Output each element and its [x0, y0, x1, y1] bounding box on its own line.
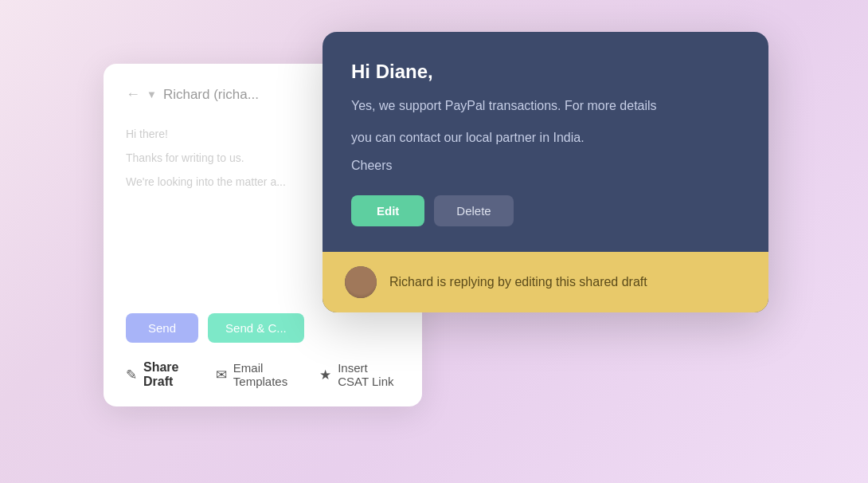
notification-text: Richard is replying by editing this shar…: [389, 275, 647, 289]
csat-star-icon: ★: [319, 367, 331, 383]
email-footer: ✎ Share Draft ✉ Email Templates ★ Insert…: [126, 360, 400, 389]
email-templates-label: Email Templates: [233, 361, 294, 388]
csat-label: Insert CSAT Link: [338, 361, 400, 388]
share-draft-label: Share Draft: [143, 360, 190, 389]
popup-body-line-2: you can contact our local partner in Ind…: [351, 128, 740, 148]
send-and-close-button[interactable]: Send & C...: [208, 313, 304, 343]
popup-action-buttons: Edit Delete: [351, 195, 740, 226]
chevron-down-icon: ▼: [147, 88, 157, 100]
popup-greeting: Hi Diane,: [351, 61, 740, 83]
email-action-buttons: Send Send & C...: [126, 313, 304, 343]
share-draft-button[interactable]: ✎ Share Draft: [126, 360, 190, 389]
avatar: [345, 266, 377, 298]
edit-button[interactable]: Edit: [351, 195, 424, 226]
email-templates-icon: ✉: [216, 367, 227, 383]
popup-card: Hi Diane, Yes, we support PayPal transac…: [323, 32, 768, 312]
reply-icon: ←: [126, 86, 140, 103]
popup-body-line-1: Yes, we support PayPal transactions. For…: [351, 96, 740, 116]
email-templates-button[interactable]: ✉ Email Templates: [216, 361, 294, 388]
popup-cheers: Cheers: [351, 159, 740, 173]
send-button[interactable]: Send: [126, 313, 198, 343]
avatar-face: [345, 266, 377, 298]
delete-button[interactable]: Delete: [434, 195, 513, 226]
insert-csat-button[interactable]: ★ Insert CSAT Link: [319, 361, 400, 388]
sender-name: Richard (richa...: [163, 87, 259, 103]
notification-banner: Richard is replying by editing this shar…: [323, 252, 768, 312]
share-draft-icon: ✎: [126, 367, 137, 383]
